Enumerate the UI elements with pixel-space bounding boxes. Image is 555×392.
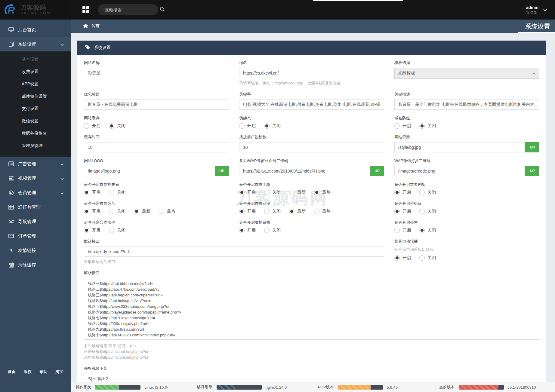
radio-option[interactable]: 关闭 [419, 123, 436, 129]
radio-option[interactable]: 开启 [84, 209, 100, 214]
radio-option[interactable]: 最热 [314, 209, 331, 214]
radio-unchecked-icon[interactable] [264, 190, 270, 195]
text-input[interactable] [239, 68, 384, 78]
radio-unchecked-icon[interactable] [394, 228, 400, 233]
sidebar-item[interactable]: 视频管理 [0, 171, 71, 185]
radio-option[interactable]: 关闭 [264, 209, 281, 214]
radio-checked-icon[interactable] [84, 209, 89, 214]
sidebar-subitem[interactable]: APP设置 [0, 78, 71, 90]
radio-checked-icon[interactable] [109, 123, 114, 129]
radio-unchecked-icon[interactable] [84, 123, 89, 129]
sidebar-footer-link[interactable]: 首页 [8, 369, 16, 375]
admin-menu[interactable]: admin 管理员 [526, 0, 547, 20]
radio-checked-icon[interactable] [394, 255, 400, 261]
breadcrumb-home[interactable]: 首页 [71, 20, 555, 33]
radio-checked-icon[interactable] [419, 228, 425, 233]
radio-option[interactable]: 关闭 [419, 209, 436, 214]
radio-option[interactable]: 关闭 [109, 209, 125, 214]
radio-option[interactable]: 开启 [394, 190, 411, 195]
radio-checked-icon[interactable] [84, 228, 89, 233]
radio-unchecked-icon[interactable] [264, 228, 270, 233]
sidebar-item[interactable]: 后台首页 [0, 23, 71, 37]
radio-unchecked-icon[interactable] [159, 209, 164, 214]
upload-path-input[interactable] [394, 142, 525, 152]
radio-option[interactable]: 最新 [289, 190, 306, 195]
radio-unchecked-icon[interactable] [109, 209, 114, 214]
radio-checked-icon[interactable] [84, 190, 89, 195]
radio-option[interactable]: 最新 [134, 209, 150, 214]
radio-unchecked-icon[interactable] [314, 209, 319, 214]
radio-option[interactable]: 关闭 [264, 123, 281, 129]
sidebar-item[interactable]: 清除缓存 [0, 258, 71, 272]
upload-path-input[interactable] [84, 166, 215, 176]
radio-unchecked-icon[interactable] [264, 209, 270, 214]
radio-option[interactable]: 开启 [239, 190, 256, 195]
text-input[interactable] [239, 142, 384, 152]
text-input[interactable] [84, 100, 229, 110]
radio-option[interactable]: 开启 [394, 209, 411, 214]
radio-option[interactable]: 关闭 [264, 190, 281, 195]
radio-unchecked-icon[interactable] [239, 123, 245, 129]
radio-checked-icon[interactable] [394, 209, 400, 214]
radio-option[interactable]: 关闭 [419, 255, 436, 261]
text-input[interactable] [84, 247, 384, 257]
radio-option[interactable]: 开启 [394, 123, 411, 129]
text-input[interactable] [394, 100, 539, 110]
radio-option[interactable]: 最新 [289, 209, 306, 214]
radio-option[interactable]: 关闭 [264, 228, 281, 233]
sidebar-item[interactable]: 导航管理 [0, 214, 71, 229]
radio-unchecked-icon[interactable] [289, 190, 294, 195]
radio-option[interactable]: 开启 [394, 255, 411, 261]
radio-option[interactable]: 关闭 [419, 190, 436, 195]
sidebar-subitem[interactable]: 邮件短信设置 [0, 90, 71, 103]
sidebar-item[interactable]: 广告管理 [0, 157, 71, 171]
radio-option[interactable]: 最热 [314, 190, 331, 195]
radio-checked-icon[interactable] [289, 209, 294, 214]
radio-option[interactable]: 开启 [84, 123, 100, 129]
text-input[interactable] [239, 100, 384, 110]
radio-unchecked-icon[interactable] [109, 228, 114, 233]
apps-grid-icon[interactable] [82, 6, 89, 13]
sidebar-footer-link[interactable]: 淘宝 [55, 369, 63, 375]
sidebar-subitem[interactable]: 基本设置 [0, 53, 71, 66]
radio-unchecked-icon[interactable] [419, 255, 425, 261]
sidebar-subitem[interactable]: 管理员管理 [0, 139, 71, 152]
radio-checked-icon[interactable] [134, 209, 139, 214]
radio-unchecked-icon[interactable] [419, 190, 425, 195]
upload-button[interactable]: UP [215, 166, 229, 176]
radio-option[interactable]: 关闭 [419, 228, 436, 233]
sidebar-subitem[interactable]: 数据备份恢复 [0, 127, 71, 139]
radio-option[interactable]: 最热 [159, 209, 175, 214]
radio-option[interactable]: 开启 [84, 190, 100, 195]
app-logo[interactable]: R 刀客源码 DKEWL.COM [0, 0, 71, 20]
text-input[interactable] [84, 68, 229, 78]
upload-button[interactable]: UP [370, 166, 384, 176]
upload-path-input[interactable] [239, 166, 370, 176]
radio-checked-icon[interactable] [419, 123, 425, 129]
select-input[interactable]: 米酷模板 [394, 68, 539, 79]
text-input[interactable] [84, 142, 229, 152]
radio-checked-icon[interactable] [239, 228, 245, 233]
radio-option[interactable]: 开启 [239, 209, 256, 214]
sidebar-subitem[interactable]: 收费设置 [0, 66, 71, 78]
sidebar-item[interactable]: A友情链接 [0, 243, 71, 258]
radio-unchecked-icon[interactable] [109, 190, 114, 195]
radio-checked-icon[interactable] [239, 190, 245, 195]
search-input[interactable] [104, 7, 160, 13]
video-search-box[interactable] [98, 4, 158, 15]
radio-unchecked-icon[interactable] [419, 209, 425, 214]
upload-button[interactable]: UP [525, 166, 539, 176]
radio-option[interactable]: 关闭 [109, 228, 125, 233]
radio-unchecked-icon[interactable] [394, 123, 400, 129]
parse-api-textarea[interactable] [84, 278, 539, 340]
upload-path-input[interactable] [394, 166, 525, 176]
radio-option[interactable]: 开启 [84, 228, 100, 233]
sidebar-item[interactable]: 系统设置 [0, 37, 71, 51]
radio-option[interactable]: 开启 [239, 123, 256, 129]
sidebar-item[interactable]: 订单管理 [0, 229, 71, 243]
sidebar-footer-link[interactable]: 帮助 [39, 369, 47, 375]
search-icon[interactable] [160, 7, 165, 13]
sidebar-item[interactable]: 幻灯片管理 [0, 200, 71, 214]
radio-option[interactable]: 关闭 [109, 123, 125, 129]
radio-checked-icon[interactable] [314, 190, 319, 195]
